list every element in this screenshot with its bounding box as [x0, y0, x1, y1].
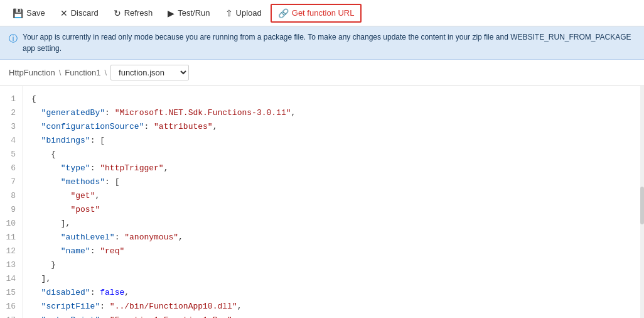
breadcrumb-part1: HttpFunction	[9, 68, 55, 77]
line-numbers: 123456789101112131415161718	[0, 86, 23, 318]
testrun-button[interactable]: ▶ Test/Run	[161, 5, 216, 21]
get-function-url-button[interactable]: 🔗 Get function URL	[271, 4, 362, 23]
discard-icon: ✕	[60, 8, 68, 18]
scrollbar[interactable]	[640, 86, 644, 318]
scrollbar-thumb[interactable]	[640, 187, 644, 224]
info-banner: ⓘ Your app is currently in read only mod…	[0, 26, 644, 60]
refresh-label: Refresh	[124, 8, 153, 18]
info-banner-text: Your app is currently in read only mode …	[23, 31, 635, 54]
breadcrumb-part2: Function1	[65, 68, 100, 77]
upload-label: Upload	[236, 8, 262, 18]
link-icon: 🔗	[278, 8, 289, 18]
get-function-url-label: Get function URL	[292, 8, 355, 18]
discard-label: Discard	[71, 8, 99, 18]
save-button[interactable]: 💾 Save	[6, 5, 51, 21]
main-content: ⓘ Your app is currently in read only mod…	[0, 26, 644, 318]
info-icon: ⓘ	[9, 32, 18, 45]
refresh-icon: ↻	[114, 8, 121, 18]
toolbar: 💾 Save ✕ Discard ↻ Refresh ▶ Test/Run ⇧ …	[0, 0, 644, 26]
breadcrumb-sep1: \	[59, 68, 62, 77]
upload-button[interactable]: ⇧ Upload	[219, 5, 268, 21]
testrun-label: Test/Run	[178, 8, 210, 18]
save-icon: 💾	[13, 8, 23, 18]
file-breadcrumb: HttpFunction \ Function1 \ function.json	[0, 60, 644, 86]
refresh-button[interactable]: ↻ Refresh	[107, 5, 159, 21]
upload-icon: ⇧	[225, 8, 233, 18]
testrun-icon: ▶	[168, 8, 174, 18]
breadcrumb-sep2: \	[104, 68, 107, 77]
save-label: Save	[26, 8, 45, 18]
code-content: { "generatedBy": "Microsoft.NET.Sdk.Func…	[23, 86, 644, 318]
code-editor[interactable]: 123456789101112131415161718 { "generated…	[0, 86, 644, 318]
file-selector[interactable]: function.json	[110, 65, 189, 80]
discard-button[interactable]: ✕ Discard	[54, 5, 105, 21]
